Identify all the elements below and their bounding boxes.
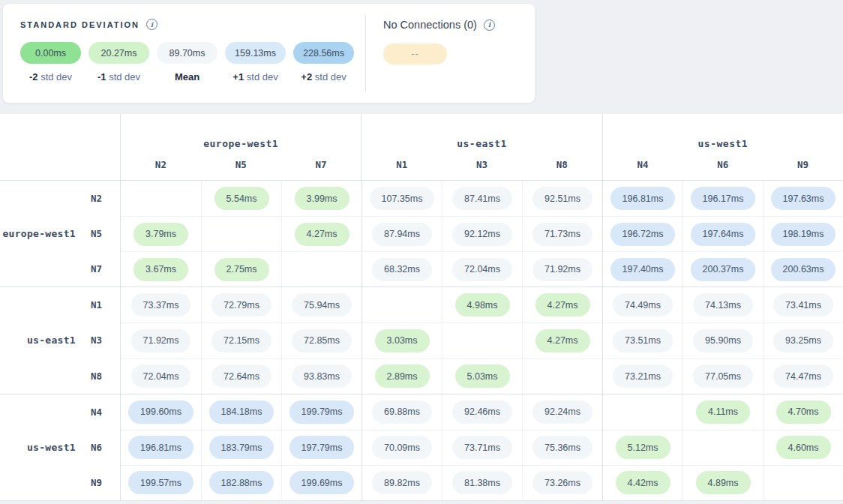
latency-pill[interactable]: 199.69ms xyxy=(290,471,355,494)
latency-cell: 197.63ms xyxy=(763,181,843,216)
latency-pill[interactable]: 197.64ms xyxy=(691,223,756,246)
latency-pill[interactable]: 92.12ms xyxy=(452,223,512,246)
latency-pill[interactable]: 71.92ms xyxy=(131,329,191,352)
latency-pill[interactable]: 74.49ms xyxy=(613,293,673,316)
latency-pill[interactable]: 198.19ms xyxy=(771,223,836,246)
latency-pill[interactable]: 4.11ms xyxy=(696,400,750,424)
latency-pill[interactable]: 2.89ms xyxy=(375,364,430,388)
row-node-labels: N1N3N8 xyxy=(82,287,120,393)
std-dev-label: +1 std dev xyxy=(225,71,286,82)
latency-pill[interactable]: 4.27ms xyxy=(295,223,350,246)
latency-pill[interactable]: 95.90ms xyxy=(693,329,753,352)
row-node-labels: N4N6N9 xyxy=(82,394,120,500)
latency-pill[interactable]: 92.51ms xyxy=(532,187,592,210)
latency-pill[interactable]: 5.12ms xyxy=(616,436,670,459)
latency-pill[interactable]: 3.99ms xyxy=(295,187,350,210)
latency-pill[interactable]: 72.04ms xyxy=(452,258,512,281)
latency-pill[interactable]: 199.57ms xyxy=(128,471,194,494)
latency-pill[interactable]: 92.46ms xyxy=(452,400,512,424)
latency-pill[interactable]: 70.09ms xyxy=(372,436,432,459)
latency-cell: 71.73ms xyxy=(522,216,602,251)
latency-pill[interactable]: 73.26ms xyxy=(532,471,592,494)
latency-pill[interactable]: 74.13ms xyxy=(693,293,753,316)
latency-pill[interactable]: 87.94ms xyxy=(372,223,432,246)
latency-cell: 72.15ms xyxy=(201,322,281,358)
latency-pill[interactable]: 69.88ms xyxy=(372,400,432,424)
latency-pill[interactable]: 73.21ms xyxy=(613,364,673,388)
latency-pill[interactable]: 197.79ms xyxy=(290,436,355,459)
latency-pill[interactable]: 72.85ms xyxy=(292,329,352,352)
latency-pill[interactable]: 4.89ms xyxy=(696,471,751,494)
latency-cell: 92.51ms xyxy=(522,181,602,216)
latency-pill[interactable]: 183.79ms xyxy=(209,436,274,459)
latency-pill[interactable]: 71.92ms xyxy=(532,258,592,281)
latency-pill[interactable]: 89.82ms xyxy=(372,471,432,494)
latency-pill[interactable]: 72.15ms xyxy=(212,329,272,352)
column-header-node-n4: N4 xyxy=(603,159,683,170)
row-group-labels: us-west1N4N6N9 xyxy=(0,394,120,500)
latency-pill[interactable]: 73.41ms xyxy=(773,293,833,316)
latency-pill[interactable]: 199.79ms xyxy=(290,400,355,424)
latency-pill[interactable]: 5.03ms xyxy=(455,364,510,388)
latency-cell: 4.98ms xyxy=(442,287,522,322)
latency-pill[interactable]: 92.24ms xyxy=(532,400,592,424)
latency-pill[interactable]: 4.70ms xyxy=(776,400,831,424)
latency-pill[interactable]: 74.47ms xyxy=(773,364,833,388)
latency-cell: 183.79ms xyxy=(201,430,281,465)
column-header-node-n3: N3 xyxy=(442,159,522,170)
latency-pill[interactable]: 3.79ms xyxy=(134,223,188,246)
std-dev-info-icon[interactable]: i xyxy=(146,19,158,30)
latency-pill[interactable]: 71.73ms xyxy=(532,223,592,246)
latency-pill[interactable]: 75.94ms xyxy=(292,293,352,316)
latency-pill[interactable]: 2.75ms xyxy=(214,258,269,281)
latency-cell: 71.92ms xyxy=(121,322,201,358)
latency-pill[interactable]: 200.63ms xyxy=(771,258,836,281)
latency-cell: 5.03ms xyxy=(442,358,522,394)
latency-pill[interactable]: 197.63ms xyxy=(771,187,836,210)
latency-pill[interactable]: 199.60ms xyxy=(128,400,194,424)
latency-pill[interactable]: 196.81ms xyxy=(610,187,676,210)
latency-pill[interactable]: 73.71ms xyxy=(452,436,512,459)
latency-pill[interactable]: 196.72ms xyxy=(610,223,676,246)
latency-pill[interactable]: 182.88ms xyxy=(209,471,274,494)
std-dev-label-row: -2 std dev -1 std dev Mean +1 std dev +2… xyxy=(20,71,365,82)
latency-pill[interactable]: 81.38ms xyxy=(452,471,512,494)
latency-pill[interactable]: 73.51ms xyxy=(613,329,673,352)
latency-pill[interactable]: 75.36ms xyxy=(532,436,592,459)
latency-pill[interactable]: 72.64ms xyxy=(212,364,272,388)
latency-pill[interactable]: 4.60ms xyxy=(776,436,831,459)
legend-pill-minus2: 0.00ms xyxy=(20,42,81,64)
latency-cell: 199.79ms xyxy=(281,394,362,430)
latency-pill[interactable]: 93.25ms xyxy=(773,329,833,352)
no-connections-info-icon[interactable]: i xyxy=(484,20,495,31)
latency-pill[interactable]: 184.18ms xyxy=(209,400,274,424)
latency-pill[interactable]: 72.79ms xyxy=(212,293,272,316)
latency-pill[interactable]: 4.98ms xyxy=(455,293,510,316)
row-header-node-n5: N5 xyxy=(82,216,110,251)
row-group-us-west1: us-west1N4N6N9199.60ms184.18ms199.79ms69… xyxy=(0,394,843,500)
no-connections-title: No Connections (0) xyxy=(383,19,477,31)
latency-pill[interactable]: 73.37ms xyxy=(131,293,191,316)
latency-cell: 81.38ms xyxy=(442,465,522,500)
latency-pill[interactable]: 107.35ms xyxy=(370,187,435,210)
latency-cell: 184.18ms xyxy=(201,394,281,430)
latency-pill[interactable]: 200.37ms xyxy=(691,258,756,281)
latency-pill[interactable]: 87.41ms xyxy=(452,187,512,210)
column-header-node-n5: N5 xyxy=(201,159,281,170)
latency-pill[interactable]: 72.04ms xyxy=(131,364,191,388)
latency-pill[interactable]: 196.81ms xyxy=(128,436,194,459)
latency-pill[interactable]: 196.17ms xyxy=(691,187,756,210)
latency-pill[interactable]: 3.03ms xyxy=(375,329,430,352)
latency-pill[interactable]: 5.54ms xyxy=(214,187,269,210)
latency-cell: 197.79ms xyxy=(281,430,362,465)
row-group-europe-west1: europe-west1N2N5N75.54ms3.99ms107.35ms87… xyxy=(0,180,843,286)
latency-pill[interactable]: 3.67ms xyxy=(134,258,188,281)
latency-pill[interactable]: 197.40ms xyxy=(610,258,676,281)
latency-pill[interactable]: 68.32ms xyxy=(372,258,432,281)
latency-pill[interactable]: 77.05ms xyxy=(693,364,753,388)
latency-pill[interactable]: 4.27ms xyxy=(536,329,590,352)
latency-cell: 72.85ms xyxy=(281,322,362,358)
latency-pill[interactable]: 4.27ms xyxy=(536,293,590,316)
latency-pill[interactable]: 4.42ms xyxy=(616,471,670,494)
latency-pill[interactable]: 93.83ms xyxy=(292,364,352,388)
